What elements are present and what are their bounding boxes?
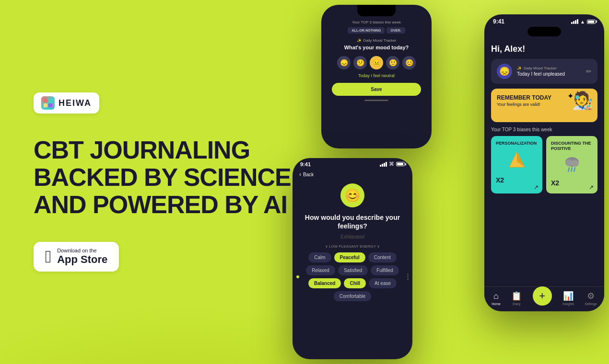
ph3-biases-header: Your TOP 3 biases this week xyxy=(491,127,597,132)
tag-relaxed[interactable]: Relaxed xyxy=(306,265,335,275)
phone1-content: Your TOP 3 biases this week ALL-OR-NOTHI… xyxy=(321,16,432,105)
bias-card-discounting: DISCOUNTING THE POSITIVE X2 ↗ xyxy=(546,136,597,193)
tag-comfortable[interactable]: Comfortable xyxy=(334,291,371,301)
ph2-question: How would you describe your feelings? xyxy=(293,213,412,230)
svg-rect-2 xyxy=(44,103,47,107)
settings-icon: ⚙ xyxy=(587,291,595,301)
ph3-mood-emoji: 😞 xyxy=(497,64,512,79)
bias1-title: PERSONALIZATION xyxy=(496,141,538,146)
ph1-question: What's your mood today? xyxy=(327,45,426,50)
ph1-feeling: Today I feel neutral xyxy=(327,73,426,78)
ph3-greeting: Hi, Alex! xyxy=(491,44,597,54)
bias2-title: DISCOUNTING THE POSITIVE xyxy=(551,141,593,151)
tag-chill[interactable]: Chill xyxy=(344,278,366,288)
ph3-time: 9:41 xyxy=(493,18,504,25)
ph3-remember-card: REMEMBER TODAY Your feelings are valid! … xyxy=(491,89,597,122)
emoji-very-sad: 😞 xyxy=(337,56,351,69)
phone-mood-tracker: Your TOP 3 biases this week ALL-OR-NOTHI… xyxy=(321,5,432,148)
heiwa-logo-icon xyxy=(41,96,55,110)
tag-at-ease[interactable]: At ease xyxy=(369,278,397,288)
bias2-x2: X2 xyxy=(551,179,593,187)
ph1-bias-pills: ALL-OR-NOTHING OVER- xyxy=(327,27,426,34)
ph3-mood-card: 😞 ✨ Daily Mood Tracker Today I feel unpl… xyxy=(491,59,597,84)
insights-icon: 📊 xyxy=(563,291,574,301)
svg-line-11 xyxy=(574,168,575,171)
store-name: App Store xyxy=(57,253,107,266)
nav-settings[interactable]: ⚙ Settings xyxy=(585,291,597,306)
home-icon: ⌂ xyxy=(493,291,499,301)
ph3-edit-icon[interactable]: ✏ xyxy=(586,68,592,75)
ph3-battery-icon xyxy=(587,20,596,24)
bias2-arrow: ↗ xyxy=(589,184,594,191)
ph3-status-bar: 9:41 ▲ xyxy=(484,14,604,27)
svg-line-9 xyxy=(568,168,569,171)
ph3-remember-illustration: 🧑‍🎨 xyxy=(572,91,594,111)
ph2-tags-container: Calm Peaceful Content Relaxed Satisfied … xyxy=(293,252,412,301)
bias-card-personalization: PERSONALIZATION X2 ↗ xyxy=(491,136,542,193)
bias1-x2: X2 xyxy=(496,176,538,184)
ph3-bias-cards: PERSONALIZATION X2 ↗ DISCOUNTING THE POS… xyxy=(491,136,597,193)
ph3-signal xyxy=(571,19,578,24)
ph1-pill-2: OVER- xyxy=(386,27,405,34)
svg-rect-0 xyxy=(44,99,47,102)
apple-icon:  xyxy=(45,248,51,265)
tag-satisfied[interactable]: Satisfied xyxy=(338,265,368,275)
logo-badge: HEIWA xyxy=(34,92,99,114)
ph3-mood-info: ✨ Daily Mood Tracker Today I feel unplea… xyxy=(517,66,581,77)
ph1-bottom-bar xyxy=(364,100,388,101)
nav-add-button[interactable]: + xyxy=(533,286,552,306)
ph2-placeholder: Exhilarated xyxy=(293,234,412,239)
ph3-bottom-nav: ⌂ Home 📋 Diary + 📊 Insights ⚙ Settings xyxy=(484,286,604,311)
main-headline: CBT JOURNALING BACKED BY SCIENCE AND POW… xyxy=(34,136,302,219)
nav-home-label: Home xyxy=(492,302,501,306)
nav-home[interactable]: ⌂ Home xyxy=(492,291,501,306)
nav-insights[interactable]: 📊 Insights xyxy=(562,291,574,306)
svg-rect-3 xyxy=(48,103,52,107)
left-section: HEIWA CBT JOURNALING BACKED BY SCIENCE A… xyxy=(34,0,302,364)
nav-diary-label: Diary xyxy=(513,302,520,306)
phone-home: 9:41 ▲ Hi, Alex! 😞 xyxy=(484,14,604,311)
tag-content[interactable]: Content xyxy=(368,252,397,262)
diary-icon: 📋 xyxy=(511,291,522,301)
ph3-wifi-icon: ▲ xyxy=(580,19,585,24)
wifi-icon: ⌘ xyxy=(389,161,394,167)
phones-container: Your TOP 3 biases this week ALL-OR-NOTHI… xyxy=(273,0,609,364)
bias2-illustration xyxy=(551,155,593,175)
emoji-neutral: 😐 xyxy=(370,56,383,69)
nav-diary[interactable]: 📋 Diary xyxy=(511,291,522,306)
nav-insights-label: Insights xyxy=(562,302,574,306)
svg-line-10 xyxy=(571,168,572,171)
ph1-pill-1: ALL-OR-NOTHING xyxy=(348,27,385,34)
ph2-dots-right xyxy=(407,274,409,280)
emoji-very-happy: 😊 xyxy=(402,56,416,69)
ph2-tags: Calm Peaceful Content Relaxed Satisfied … xyxy=(293,252,412,301)
ph3-notch xyxy=(527,27,561,36)
tag-fulfilled[interactable]: Fulfilled xyxy=(371,265,398,275)
back-label: Back xyxy=(303,172,314,177)
app-store-button[interactable]:  Download on the App Store xyxy=(34,242,119,272)
ph2-status-bar: 9:41 ⌘ xyxy=(293,158,412,169)
ph2-emoji: 😊 xyxy=(340,183,364,207)
tag-balanced[interactable]: Balanced xyxy=(308,278,341,288)
ph1-save-btn[interactable]: Save xyxy=(332,83,421,96)
ph1-tracker-label: ✨ Daily Mood Tracker xyxy=(327,38,426,43)
ph3-status-icons: ▲ xyxy=(571,19,596,24)
battery-icon xyxy=(396,162,405,166)
svg-point-8 xyxy=(571,160,579,167)
tag-calm[interactable]: Calm xyxy=(308,252,331,262)
ph3-main-content: Hi, Alex! 😞 ✨ Daily Mood Tracker Today I… xyxy=(484,40,604,197)
download-label: Download on the xyxy=(57,248,107,253)
bias1-illustration xyxy=(496,150,538,172)
ph3-star-icon: ✦ xyxy=(567,91,574,101)
tag-peaceful[interactable]: Peaceful xyxy=(334,252,365,262)
svg-rect-1 xyxy=(48,99,52,102)
phone-feelings: 9:41 ⌘ ‹ Back 😊 How would you describe y… xyxy=(293,158,412,359)
ph2-back-button[interactable]: ‹ Back xyxy=(293,169,412,180)
store-text: Download on the App Store xyxy=(57,248,107,266)
ph3-mood-text: Today I feel unpleased xyxy=(517,71,581,77)
ph2-section-label: ∨ LOW PLEASANT ENERGY ∨ xyxy=(293,244,412,249)
signal-bars xyxy=(380,162,387,167)
emoji-happy: 🙂 xyxy=(386,56,399,69)
ph2-status-icons: ⌘ xyxy=(380,161,405,167)
emoji-sad: 😕 xyxy=(353,56,367,69)
